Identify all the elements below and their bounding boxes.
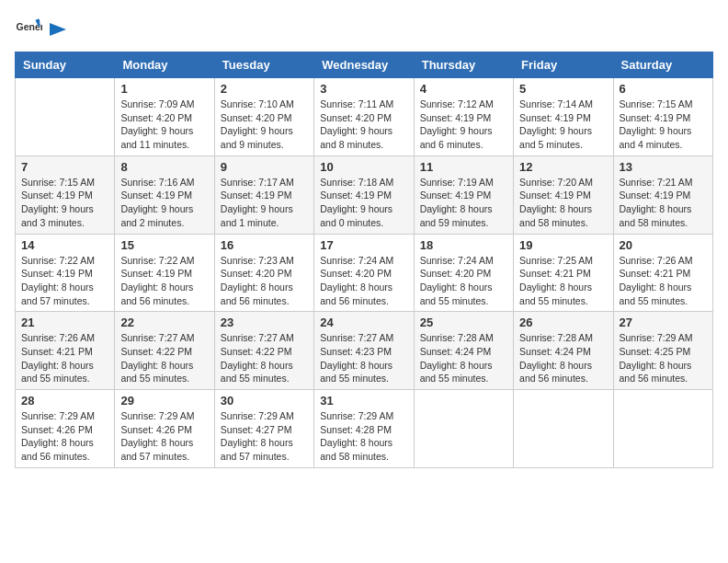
day-info: Sunrise: 7:22 AMSunset: 4:19 PMDaylight:… (120, 254, 208, 308)
day-number: 5 (519, 82, 607, 96)
week-row-5: 28Sunrise: 7:29 AMSunset: 4:26 PMDayligh… (16, 390, 713, 468)
day-info: Sunrise: 7:29 AMSunset: 4:28 PMDaylight:… (320, 409, 407, 464)
logo-icon: General (15, 15, 42, 42)
day-info: Sunrise: 7:12 AMSunset: 4:19 PMDaylight:… (420, 98, 507, 152)
day-cell: 20Sunrise: 7:26 AMSunset: 4:21 PMDayligh… (613, 234, 712, 312)
col-header-saturday: Saturday (613, 52, 712, 78)
day-cell: 24Sunrise: 7:27 AMSunset: 4:23 PMDayligh… (314, 312, 414, 390)
day-info: Sunrise: 7:10 AMSunset: 4:20 PMDaylight:… (221, 98, 308, 152)
day-number: 7 (21, 160, 108, 174)
col-header-wednesday: Wednesday (314, 52, 414, 78)
day-info: Sunrise: 7:18 AMSunset: 4:19 PMDaylight:… (320, 176, 407, 230)
day-cell (414, 390, 513, 468)
day-info: Sunrise: 7:29 AMSunset: 4:26 PMDaylight:… (120, 409, 208, 464)
week-row-1: 1Sunrise: 7:09 AMSunset: 4:20 PMDaylight… (16, 78, 713, 156)
day-cell: 15Sunrise: 7:22 AMSunset: 4:19 PMDayligh… (115, 234, 214, 312)
day-number: 24 (320, 316, 407, 329)
day-info: Sunrise: 7:21 AMSunset: 4:19 PMDaylight:… (620, 176, 707, 230)
day-info: Sunrise: 7:15 AMSunset: 4:19 PMDaylight:… (620, 98, 707, 152)
col-header-friday: Friday (514, 52, 613, 78)
day-number: 16 (221, 238, 308, 252)
day-number: 25 (420, 316, 507, 329)
day-cell: 18Sunrise: 7:24 AMSunset: 4:20 PMDayligh… (414, 234, 513, 312)
day-cell: 16Sunrise: 7:23 AMSunset: 4:20 PMDayligh… (214, 234, 313, 312)
day-cell: 30Sunrise: 7:29 AMSunset: 4:27 PMDayligh… (214, 390, 313, 468)
day-info: Sunrise: 7:15 AMSunset: 4:19 PMDaylight:… (21, 176, 108, 230)
day-cell: 10Sunrise: 7:18 AMSunset: 4:19 PMDayligh… (314, 155, 414, 234)
day-cell: 13Sunrise: 7:21 AMSunset: 4:19 PMDayligh… (613, 155, 712, 234)
day-info: Sunrise: 7:19 AMSunset: 4:19 PMDaylight:… (420, 176, 507, 230)
day-cell: 4Sunrise: 7:12 AMSunset: 4:19 PMDaylight… (414, 78, 513, 156)
day-info: Sunrise: 7:20 AMSunset: 4:19 PMDaylight:… (519, 176, 607, 230)
day-info: Sunrise: 7:17 AMSunset: 4:19 PMDaylight:… (221, 176, 308, 230)
day-number: 11 (420, 160, 507, 174)
day-number: 6 (620, 82, 707, 96)
week-row-4: 21Sunrise: 7:26 AMSunset: 4:21 PMDayligh… (16, 312, 713, 390)
day-number: 20 (620, 238, 707, 252)
day-cell: 7Sunrise: 7:15 AMSunset: 4:19 PMDaylight… (16, 155, 115, 234)
day-number: 26 (519, 316, 607, 329)
day-cell (613, 390, 712, 468)
day-cell: 31Sunrise: 7:29 AMSunset: 4:28 PMDayligh… (314, 390, 414, 468)
day-cell: 8Sunrise: 7:16 AMSunset: 4:19 PMDaylight… (115, 155, 214, 234)
day-number: 13 (620, 160, 707, 174)
day-info: Sunrise: 7:23 AMSunset: 4:20 PMDaylight:… (221, 254, 308, 308)
day-number: 28 (21, 394, 108, 408)
day-info: Sunrise: 7:28 AMSunset: 4:24 PMDaylight:… (519, 331, 607, 385)
day-info: Sunrise: 7:29 AMSunset: 4:27 PMDaylight:… (221, 409, 308, 464)
day-number: 29 (120, 394, 208, 408)
day-cell (16, 78, 115, 156)
day-number: 14 (21, 238, 108, 252)
col-header-tuesday: Tuesday (214, 52, 313, 78)
day-number: 2 (221, 82, 308, 96)
calendar-table: SundayMondayTuesdayWednesdayThursdayFrid… (15, 52, 713, 468)
day-cell: 6Sunrise: 7:15 AMSunset: 4:19 PMDaylight… (613, 78, 712, 156)
day-number: 10 (320, 160, 407, 174)
day-info: Sunrise: 7:22 AMSunset: 4:19 PMDaylight:… (21, 254, 108, 308)
day-number: 21 (21, 316, 108, 329)
day-info: Sunrise: 7:11 AMSunset: 4:20 PMDaylight:… (320, 98, 407, 152)
col-header-sunday: Sunday (16, 52, 115, 78)
col-header-thursday: Thursday (414, 52, 513, 78)
day-cell: 29Sunrise: 7:29 AMSunset: 4:26 PMDayligh… (115, 390, 214, 468)
day-cell: 21Sunrise: 7:26 AMSunset: 4:21 PMDayligh… (16, 312, 115, 390)
day-cell: 22Sunrise: 7:27 AMSunset: 4:22 PMDayligh… (115, 312, 214, 390)
page-header: General (15, 15, 713, 42)
logo-flag-icon (48, 21, 68, 38)
day-info: Sunrise: 7:26 AMSunset: 4:21 PMDaylight:… (620, 254, 707, 308)
day-number: 1 (120, 82, 208, 96)
day-info: Sunrise: 7:27 AMSunset: 4:22 PMDaylight:… (221, 331, 308, 385)
day-cell: 27Sunrise: 7:29 AMSunset: 4:25 PMDayligh… (613, 312, 712, 390)
day-info: Sunrise: 7:27 AMSunset: 4:22 PMDaylight:… (120, 331, 208, 385)
day-cell: 19Sunrise: 7:25 AMSunset: 4:21 PMDayligh… (514, 234, 613, 312)
day-info: Sunrise: 7:24 AMSunset: 4:20 PMDaylight:… (420, 254, 507, 308)
day-number: 12 (519, 160, 607, 174)
day-info: Sunrise: 7:24 AMSunset: 4:20 PMDaylight:… (320, 254, 407, 308)
svg-marker-1 (50, 23, 66, 36)
day-info: Sunrise: 7:14 AMSunset: 4:19 PMDaylight:… (519, 98, 607, 152)
day-cell: 12Sunrise: 7:20 AMSunset: 4:19 PMDayligh… (514, 155, 613, 234)
day-info: Sunrise: 7:16 AMSunset: 4:19 PMDaylight:… (120, 176, 208, 230)
day-cell: 23Sunrise: 7:27 AMSunset: 4:22 PMDayligh… (214, 312, 313, 390)
day-number: 27 (620, 316, 707, 329)
day-info: Sunrise: 7:09 AMSunset: 4:20 PMDaylight:… (120, 98, 208, 152)
day-number: 17 (320, 238, 407, 252)
day-cell: 2Sunrise: 7:10 AMSunset: 4:20 PMDaylight… (214, 78, 313, 156)
day-number: 31 (320, 394, 407, 408)
day-number: 30 (221, 394, 308, 408)
day-info: Sunrise: 7:27 AMSunset: 4:23 PMDaylight:… (320, 331, 407, 385)
day-cell: 25Sunrise: 7:28 AMSunset: 4:24 PMDayligh… (414, 312, 513, 390)
day-cell: 14Sunrise: 7:22 AMSunset: 4:19 PMDayligh… (16, 234, 115, 312)
day-cell: 1Sunrise: 7:09 AMSunset: 4:20 PMDaylight… (115, 78, 214, 156)
day-cell: 26Sunrise: 7:28 AMSunset: 4:24 PMDayligh… (514, 312, 613, 390)
day-info: Sunrise: 7:28 AMSunset: 4:24 PMDaylight:… (420, 331, 507, 385)
day-number: 22 (120, 316, 208, 329)
day-number: 15 (120, 238, 208, 252)
week-row-3: 14Sunrise: 7:22 AMSunset: 4:19 PMDayligh… (16, 234, 713, 312)
day-number: 18 (420, 238, 507, 252)
col-header-monday: Monday (115, 52, 214, 78)
day-info: Sunrise: 7:29 AMSunset: 4:25 PMDaylight:… (620, 331, 707, 385)
day-cell: 11Sunrise: 7:19 AMSunset: 4:19 PMDayligh… (414, 155, 513, 234)
week-row-2: 7Sunrise: 7:15 AMSunset: 4:19 PMDaylight… (16, 155, 713, 234)
day-number: 23 (221, 316, 308, 329)
